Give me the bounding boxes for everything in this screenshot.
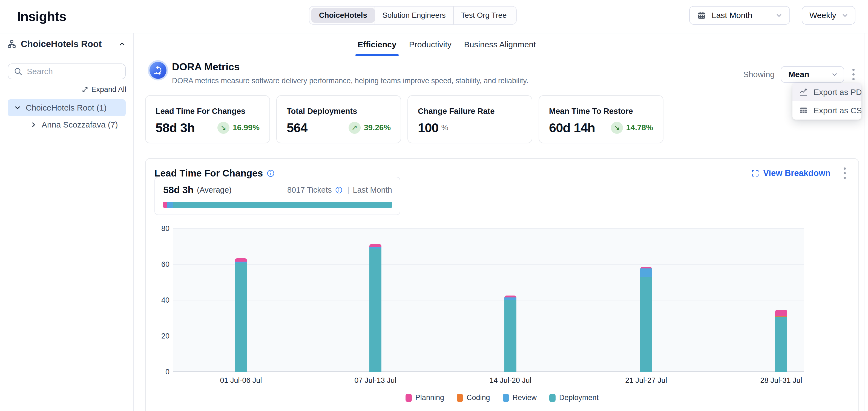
chevron-down-icon[interactable] xyxy=(14,104,21,112)
separator: | xyxy=(347,185,350,195)
org-tab-solution-engineers[interactable]: Solution Engineers xyxy=(375,8,454,23)
view-breakdown-link[interactable]: View Breakdown xyxy=(751,168,831,178)
y-tick-label: 60 xyxy=(148,260,169,269)
metric-label: Mean Time To Restore xyxy=(549,107,653,116)
tab-efficiency[interactable]: Efficiency xyxy=(358,33,397,56)
top-bar: Insights ChoiceHotelsSolution EngineersT… xyxy=(0,0,868,33)
org-switcher: ChoiceHotelsSolution EngineersTest Org T… xyxy=(309,6,517,25)
average-value: 58d 3h xyxy=(163,184,194,195)
legend-item-planning[interactable]: Planning xyxy=(405,393,444,402)
org-tab-choicehotels[interactable]: ChoiceHotels xyxy=(311,8,375,23)
progress-segment-review xyxy=(167,202,173,208)
y-tick-label: 0 xyxy=(148,368,169,376)
tab-productivity[interactable]: Productivity xyxy=(409,33,452,56)
granularity-select[interactable]: Weekly xyxy=(802,6,856,25)
menu-item-export-as-pdf[interactable]: Export as PDF xyxy=(793,83,861,101)
y-tick-label: 20 xyxy=(148,332,169,340)
org-tab-test-org-tree[interactable]: Test Org Tree xyxy=(454,8,515,23)
bar-segment-deployment xyxy=(504,300,517,372)
chart-legend: PlanningCodingReviewDeployment xyxy=(146,393,859,402)
metric-label: Change Failure Rate xyxy=(418,107,522,116)
chart-kebab-menu-button[interactable] xyxy=(841,165,848,182)
chevron-down-icon xyxy=(831,71,838,78)
granularity-value: Weekly xyxy=(809,11,836,20)
x-axis-label: 21 Jul-27 Jul xyxy=(625,376,667,385)
bar-segment-planning xyxy=(369,244,381,247)
collapse-panel-button[interactable] xyxy=(118,40,126,48)
bar-segment-planning xyxy=(775,310,787,316)
view-breakdown-label: View Breakdown xyxy=(763,168,831,178)
sidebar: ChoiceHotels Root Expand All ChoiceHotel… xyxy=(0,33,134,411)
metric-value: 58d 3h xyxy=(156,120,195,135)
date-range-select[interactable]: Last Month xyxy=(689,6,790,25)
metric-value: 564 xyxy=(287,120,307,135)
menu-item-export-as-csv[interactable]: Export as CSV xyxy=(793,101,861,119)
gridline xyxy=(173,300,804,301)
legend-item-deployment[interactable]: Deployment xyxy=(549,393,598,402)
dora-controls: Showing Mean xyxy=(743,66,857,83)
lead-time-card: Lead Time For Changes View Breakdown 58d… xyxy=(145,158,859,411)
trend-badge: ↘16.99% xyxy=(217,122,259,134)
export-menu: Export as PDFExport as CSV xyxy=(793,83,861,119)
date-range-value: Last Month xyxy=(712,11,752,20)
legend-item-coding[interactable]: Coding xyxy=(457,393,490,402)
info-icon[interactable] xyxy=(267,169,275,177)
average-suffix: (Average) xyxy=(197,185,231,195)
search-input[interactable] xyxy=(27,67,132,76)
tree-row[interactable]: ChoiceHotels Root (1) xyxy=(8,99,126,116)
metric-card: Total Deployments564↗39.26% xyxy=(276,95,401,143)
trend-percent: 16.99% xyxy=(233,123,259,132)
aggregation-value: Mean xyxy=(788,70,809,79)
bar-segment-review xyxy=(504,298,517,300)
legend-label: Planning xyxy=(415,393,444,402)
x-axis-label: 28 Jul-31 Jul xyxy=(760,376,802,385)
aggregation-select[interactable]: Mean xyxy=(781,66,844,83)
trend-percent: 14.78% xyxy=(626,123,653,132)
phase-progress-bar xyxy=(163,202,392,208)
y-tick-label: 80 xyxy=(148,225,169,233)
legend-swatch xyxy=(549,394,556,402)
info-icon[interactable] xyxy=(335,186,343,194)
bar-segment-deployment xyxy=(369,248,381,372)
trend-percent: 39.26% xyxy=(364,123,391,132)
progress-segment-deployment xyxy=(173,202,392,208)
metric-card: Lead Time For Changes58d 3h↘16.99% xyxy=(145,95,270,143)
chevron-down-icon xyxy=(775,11,783,19)
tree-node-label: Anna Scozzafava (7) xyxy=(42,120,118,130)
legend-label: Deployment xyxy=(559,393,598,402)
tab-business-alignment[interactable]: Business Alignment xyxy=(464,33,536,56)
table-icon xyxy=(799,106,808,115)
dora-section-title: DORA Metrics xyxy=(172,61,240,73)
bar-segment-deployment xyxy=(775,317,787,372)
chevron-right-icon[interactable] xyxy=(30,121,37,129)
metric-cards: Lead Time For Changes58d 3h↘16.99%Total … xyxy=(145,95,663,143)
scrollbar-gutter[interactable] xyxy=(864,33,868,411)
trend-badge: ↘14.78% xyxy=(611,122,653,134)
dora-kebab-menu-button[interactable] xyxy=(850,66,857,83)
trend-down-icon: ↘ xyxy=(611,122,623,134)
tree-row[interactable]: Anna Scozzafava (7) xyxy=(8,116,126,133)
progress-segment-planning xyxy=(163,202,167,208)
menu-item-label: Export as PDF xyxy=(813,88,861,97)
metric-value: 100 xyxy=(418,120,438,135)
x-axis-label: 01 Jul-06 Jul xyxy=(220,376,262,385)
metric-body: 564↗39.26% xyxy=(287,120,391,135)
bar-21-Jul-27-Jul xyxy=(640,267,652,372)
expand-diagonal-icon xyxy=(82,86,88,93)
showing-label: Showing xyxy=(743,70,775,79)
insights-page: Insights ChoiceHotelsSolution EngineersT… xyxy=(0,0,868,411)
metric-card: Change Failure Rate100% xyxy=(407,95,532,143)
metric-body: 60d 14h↘14.78% xyxy=(549,120,653,135)
chart-export-icon xyxy=(799,88,808,97)
bar-segment-review xyxy=(640,268,652,277)
legend-item-review[interactable]: Review xyxy=(503,393,537,402)
org-tree: ChoiceHotels Root (1)Anna Scozzafava (7) xyxy=(0,99,133,133)
bar-01-Jul-06-Jul xyxy=(235,258,247,372)
metric-value: 60d 14h xyxy=(549,120,595,135)
expand-corners-icon xyxy=(751,169,759,177)
category-tabs-row: EfficiencyProductivityBusiness Alignment xyxy=(134,33,864,56)
period-label: Last Month xyxy=(353,185,392,195)
metric-body: 58d 3h↘16.99% xyxy=(156,120,259,135)
expand-all-button[interactable]: Expand All xyxy=(0,85,126,94)
y-tick-label: 40 xyxy=(148,296,169,305)
